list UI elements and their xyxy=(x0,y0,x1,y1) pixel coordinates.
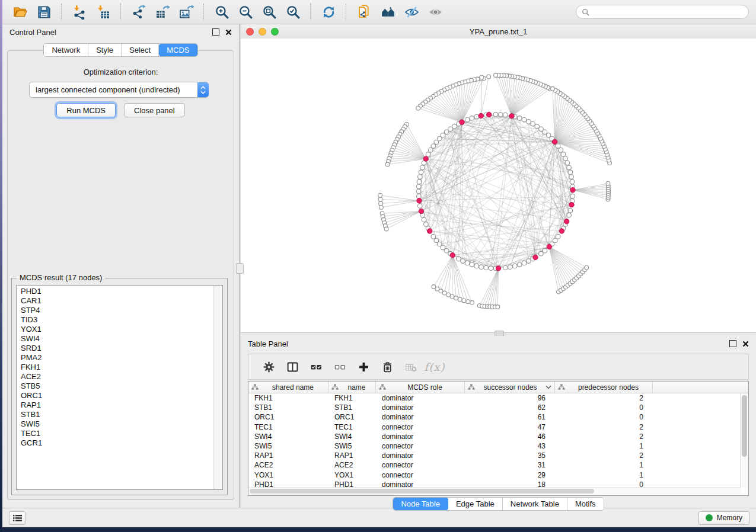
table-cell-shared_name[interactable]: ACE2 xyxy=(248,461,328,469)
search-input[interactable] xyxy=(592,7,743,17)
table-horizontal-scrollbar[interactable] xyxy=(248,487,741,495)
show-hidden-button[interactable] xyxy=(425,2,446,21)
tab-network-table[interactable]: Network Table xyxy=(503,498,567,510)
close-panel-icon[interactable] xyxy=(225,29,232,36)
table-row[interactable]: YOX1YOX1connector291 xyxy=(248,470,741,480)
table-cell-successors[interactable]: 29 xyxy=(465,471,555,479)
export-network-button[interactable] xyxy=(128,2,149,21)
table-cell-predecessors[interactable]: 0 xyxy=(555,403,653,412)
mcds-result-item[interactable]: TID3 xyxy=(17,315,213,325)
save-session-button[interactable] xyxy=(33,2,55,21)
float-table-panel-icon[interactable] xyxy=(729,340,736,347)
column-header-shared_name[interactable]: shared name xyxy=(248,382,328,393)
mcds-result-item[interactable]: CAR1 xyxy=(17,296,213,306)
table-cell-successors[interactable]: 61 xyxy=(465,413,555,421)
mcds-result-item[interactable]: YOX1 xyxy=(17,325,213,334)
table-cell-name[interactable]: SWI4 xyxy=(328,432,376,441)
table-cell-successors[interactable]: 47 xyxy=(465,423,555,431)
minimize-window-icon[interactable] xyxy=(259,28,266,36)
scrollbar-thumb[interactable] xyxy=(250,489,594,493)
deselect-all-button[interactable] xyxy=(328,357,352,377)
duplicate-network-button[interactable] xyxy=(353,2,375,21)
table-cell-role[interactable]: dominator xyxy=(376,432,465,441)
function-builder-button[interactable]: f(x) xyxy=(423,357,446,377)
mcds-list-scrollbar[interactable] xyxy=(213,286,222,489)
column-header-predecessors[interactable]: predecessor nodes xyxy=(555,382,653,393)
table-cell-role[interactable]: dominator xyxy=(376,451,465,460)
mcds-result-item[interactable]: FKH1 xyxy=(17,363,213,372)
mcds-result-item[interactable]: RAP1 xyxy=(17,400,213,410)
table-cell-shared_name[interactable]: SWI4 xyxy=(248,432,328,441)
tab-node-table[interactable]: Node Table xyxy=(393,498,448,510)
table-cell-predecessors[interactable]: 2 xyxy=(555,432,653,441)
table-cell-name[interactable]: SWI5 xyxy=(328,442,376,450)
tab-edge-table[interactable]: Edge Table xyxy=(448,498,503,510)
table-row[interactable]: RAP1RAP1dominator352 xyxy=(248,451,741,460)
refresh-view-button[interactable] xyxy=(318,2,339,21)
table-cell-predecessors[interactable]: 1 xyxy=(555,471,653,479)
table-settings-button[interactable] xyxy=(257,357,280,377)
table-row[interactable]: STB1STB1dominator620 xyxy=(248,403,741,412)
maximize-window-icon[interactable] xyxy=(271,28,279,36)
import-table-button[interactable] xyxy=(92,2,114,21)
memory-button[interactable]: Memory xyxy=(698,511,749,525)
table-cell-role[interactable]: connector xyxy=(376,461,465,469)
table-row[interactable]: FKH1FKH1dominator962 xyxy=(248,393,741,403)
close-window-icon[interactable] xyxy=(246,28,254,36)
vertical-splitter-handle[interactable] xyxy=(236,263,244,274)
mcds-result-item[interactable]: ACE2 xyxy=(17,372,213,382)
table-cell-shared_name[interactable]: RAP1 xyxy=(248,451,328,460)
tab-motifs[interactable]: Motifs xyxy=(567,498,604,510)
mcds-result-item[interactable]: TEC1 xyxy=(17,429,213,438)
table-row[interactable]: TEC1TEC1connector472 xyxy=(248,422,741,432)
table-cell-predecessors[interactable]: 0 xyxy=(555,413,653,421)
column-header-successors[interactable]: successor nodes xyxy=(465,382,555,393)
table-cell-name[interactable]: TEC1 xyxy=(328,423,376,431)
zoom-in-button[interactable] xyxy=(211,2,232,21)
show-home-button[interactable] xyxy=(377,2,398,21)
delete-rows-button[interactable] xyxy=(375,357,399,377)
add-row-button[interactable] xyxy=(352,357,375,377)
table-cell-shared_name[interactable]: STB1 xyxy=(248,403,328,412)
mcds-result-item[interactable]: ORC1 xyxy=(17,391,213,400)
mcds-result-item[interactable]: GCR1 xyxy=(17,438,213,448)
zoom-out-button[interactable] xyxy=(235,2,256,21)
tab-network[interactable]: Network xyxy=(44,44,88,56)
tab-style[interactable]: Style xyxy=(88,44,122,56)
table-cell-predecessors[interactable]: 1 xyxy=(555,442,653,450)
table-row[interactable]: SWI5SWI5connector431 xyxy=(248,441,741,451)
mcds-result-item[interactable]: SWI4 xyxy=(17,334,213,344)
table-cell-role[interactable]: dominator xyxy=(376,403,465,412)
close-table-panel-icon[interactable] xyxy=(742,341,749,347)
hide-selected-button[interactable] xyxy=(401,2,422,21)
mcds-result-item[interactable]: STB1 xyxy=(17,410,213,419)
table-cell-shared_name[interactable]: SWI5 xyxy=(248,442,328,450)
show-column-button[interactable] xyxy=(280,357,304,377)
tab-select[interactable]: Select xyxy=(122,44,159,56)
mcds-result-item[interactable]: STP4 xyxy=(17,306,213,315)
zoom-fit-button[interactable] xyxy=(259,2,280,21)
export-image-button[interactable] xyxy=(176,2,197,21)
task-history-button[interactable] xyxy=(9,511,25,525)
mcds-result-item[interactable]: SWI5 xyxy=(17,419,213,429)
table-row[interactable]: SWI4SWI4dominator462 xyxy=(248,432,741,441)
table-cell-successors[interactable]: 31 xyxy=(465,461,555,469)
open-file-button[interactable] xyxy=(9,2,31,21)
table-row[interactable]: ACE2ACE2connector311 xyxy=(248,460,741,470)
table-cell-name[interactable]: ORC1 xyxy=(328,413,376,421)
tab-mcds[interactable]: MCDS xyxy=(159,44,197,56)
table-vertical-scrollbar[interactable] xyxy=(740,393,748,488)
table-cell-role[interactable]: dominator xyxy=(376,394,465,402)
float-panel-icon[interactable] xyxy=(212,28,219,36)
table-cell-name[interactable]: FKH1 xyxy=(328,394,376,402)
select-all-button[interactable] xyxy=(304,357,328,377)
table-cell-successors[interactable]: 46 xyxy=(465,432,555,441)
table-cell-predecessors[interactable]: 2 xyxy=(555,423,653,431)
search-field[interactable] xyxy=(576,5,749,19)
table-row[interactable]: PHD1PHD1dominator180 xyxy=(248,480,741,488)
table-cell-name[interactable]: YOX1 xyxy=(328,471,376,479)
export-table-button[interactable] xyxy=(152,2,173,21)
table-cell-role[interactable]: dominator xyxy=(376,413,465,421)
table-cell-shared_name[interactable]: FKH1 xyxy=(248,394,328,402)
table-cell-successors[interactable]: 62 xyxy=(465,403,555,412)
